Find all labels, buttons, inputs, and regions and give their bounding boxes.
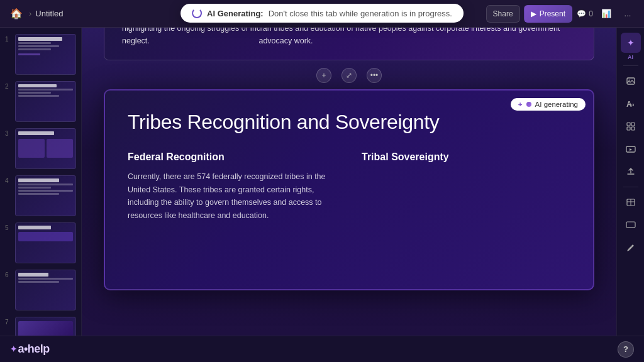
ai-label: AI xyxy=(628,54,633,60)
slide-preview-5 xyxy=(15,222,76,263)
slide-number-3: 3 xyxy=(5,130,11,137)
toolbar-divider-2 xyxy=(623,187,638,187)
slide-title: Tribes Recognition and Sovereignty xyxy=(128,111,570,134)
col-federal-title: Federal Recognition xyxy=(128,151,336,163)
breadcrumb-title: Untitled xyxy=(35,9,63,18)
slide-thumb-4[interactable]: 4 xyxy=(4,174,77,217)
ahelp-logo: ✦ a•help xyxy=(10,343,50,356)
slide-number-4: 4 xyxy=(5,177,11,184)
svg-text:α: α xyxy=(631,102,635,107)
present-button[interactable]: ▶ Present xyxy=(524,5,572,23)
slide-thumb-1[interactable]: 1 xyxy=(4,33,77,76)
slide-preview-2 xyxy=(15,81,76,122)
slide-thumb-2[interactable]: 2 xyxy=(4,80,77,123)
ahelp-text: a•help xyxy=(18,343,50,356)
breadcrumb-sep: › xyxy=(29,9,31,18)
svg-rect-12 xyxy=(626,222,635,228)
slide-thumb-3[interactable]: 3 xyxy=(4,127,77,170)
slide-columns: Federal Recognition Currently, there are… xyxy=(128,151,570,222)
ai-generating-banner: AI Generating: Don't close this tab whil… xyxy=(180,4,464,23)
svg-rect-7 xyxy=(631,127,635,130)
top-bar: 🏠 › Untitled AI Generating: Don't close … xyxy=(0,0,644,28)
ahelp-star-icon: ✦ xyxy=(10,344,17,354)
upper-slide-text: highlighting the ongoing struggles of In… xyxy=(122,28,576,47)
home-button[interactable]: 🏠 xyxy=(8,5,25,23)
chart-button[interactable]: 📊 xyxy=(597,5,615,23)
main-area: 1 2 xyxy=(0,28,644,336)
slide-preview-4 xyxy=(15,175,76,216)
slide-controls: + ⤢ ••• xyxy=(316,68,382,83)
svg-rect-5 xyxy=(631,123,635,126)
slide-number-5: 5 xyxy=(5,224,11,231)
share-button[interactable]: Share xyxy=(486,5,520,23)
slide-col-sovereignty: Tribal Sovereignty xyxy=(362,151,570,222)
expand-button[interactable]: ⤢ xyxy=(341,68,357,83)
help-button[interactable]: ? xyxy=(618,341,634,358)
badge-dot-icon xyxy=(526,102,531,107)
top-bar-left: 🏠 › Untitled xyxy=(8,5,63,23)
svg-rect-4 xyxy=(627,123,630,126)
image-button[interactable] xyxy=(621,71,641,91)
top-bar-right: Share ▶ Present 💬 0 📊 ... xyxy=(486,5,636,23)
table-button[interactable] xyxy=(621,192,641,212)
present-label: Present xyxy=(540,9,565,18)
slide-number-2: 2 xyxy=(5,83,11,90)
more-button[interactable]: ... xyxy=(619,5,636,23)
ai-tools-button[interactable]: ✦ xyxy=(621,33,641,53)
slide-preview-1 xyxy=(15,34,76,75)
toolbar-divider-1 xyxy=(623,65,638,66)
main-slide-8[interactable]: + AI generating Tribes Recognition and S… xyxy=(104,89,594,290)
upload-button[interactable] xyxy=(621,162,641,182)
draw-button[interactable] xyxy=(621,238,641,258)
slide-preview-3 xyxy=(15,128,76,169)
slide-number-1: 1 xyxy=(5,36,11,43)
slide-thumb-7[interactable]: 7 xyxy=(4,315,77,336)
slide-number-7: 7 xyxy=(5,319,11,326)
layout-button[interactable] xyxy=(621,116,641,136)
col-federal-text: Currently, there are 574 federally recog… xyxy=(128,170,336,222)
ai-banner-label: AI Generating: xyxy=(207,9,264,18)
bottom-bar: ✦ a•help ? xyxy=(0,336,644,362)
svg-rect-6 xyxy=(627,127,630,130)
comment-button[interactable]: 💬 0 xyxy=(576,5,594,23)
slides-button[interactable] xyxy=(621,215,641,235)
ai-banner-text: Don't close this tab while generation is… xyxy=(269,9,452,18)
text-format-button[interactable]: A α xyxy=(621,94,641,114)
svg-point-1 xyxy=(628,80,630,81)
svg-rect-0 xyxy=(627,78,635,84)
media-button[interactable] xyxy=(621,139,641,159)
ai-spinner-icon xyxy=(192,8,202,18)
slide-col-federal: Federal Recognition Currently, there are… xyxy=(128,151,336,222)
ai-badge-text: AI generating xyxy=(535,101,578,108)
comment-count: 0 xyxy=(589,9,593,18)
slide-panel: 1 2 xyxy=(0,28,82,336)
right-toolbar: ✦ AI A α xyxy=(616,28,644,336)
slide-thumb-5[interactable]: 5 xyxy=(4,221,77,265)
col-sovereignty-title: Tribal Sovereignty xyxy=(362,151,570,163)
canvas-area: highlighting the ongoing struggles of In… xyxy=(82,28,616,336)
badge-plus-icon: + xyxy=(518,101,523,108)
upper-slide[interactable]: highlighting the ongoing struggles of In… xyxy=(104,28,594,60)
slide-preview-6 xyxy=(15,270,76,310)
slide-thumb-6[interactable]: 6 xyxy=(4,268,77,312)
slide-preview-7 xyxy=(15,317,76,336)
slide-number-6: 6 xyxy=(5,272,11,278)
add-slide-button[interactable]: + xyxy=(316,68,331,83)
comment-icon: 💬 xyxy=(577,9,586,18)
present-icon: ▶ xyxy=(531,9,536,18)
ai-generating-badge: + AI generating xyxy=(511,98,586,111)
more-slide-button[interactable]: ••• xyxy=(367,68,382,83)
